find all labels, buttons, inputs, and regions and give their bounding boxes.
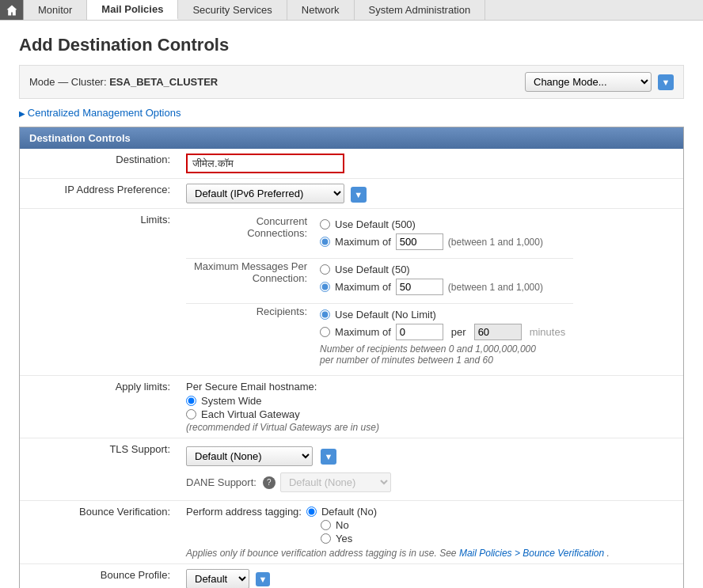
bounce-profile-select-row: Default ▼	[186, 569, 675, 588]
bounce-verification-value-cell: Perform address tagging: Default (No) No…	[178, 501, 683, 564]
centralized-link-area: Centralized Management Options	[19, 107, 684, 119]
apply-limits-row: Apply limits: Per Secure Email hostname:…	[20, 376, 683, 438]
dane-support-label: DANE Support:	[186, 476, 256, 488]
no-radio-row: No	[321, 519, 675, 531]
virtual-gateway-radio[interactable]	[186, 409, 196, 419]
max-concurrent-radio[interactable]	[320, 237, 330, 247]
concurrent-value-input[interactable]	[396, 233, 443, 250]
max-msg-sub-label: Maximum Messages Per Connection:	[186, 259, 312, 304]
max-msg-label: Maximum Messages Per	[194, 260, 307, 272]
tab-mail-policies[interactable]: Mail Policies	[87, 0, 178, 20]
connections-label: Connections:	[247, 227, 307, 239]
recipients-sub-label: Recipients:	[186, 304, 312, 371]
default-no-radio[interactable]	[306, 506, 317, 517]
max-concurrent-label: Maximum of	[335, 236, 391, 248]
dane-select[interactable]: Default (None)	[280, 472, 391, 492]
home-button[interactable]	[0, 0, 24, 20]
limits-label: Limits:	[20, 209, 178, 376]
system-wide-radio[interactable]	[186, 396, 196, 406]
mode-prefix: Mode —	[29, 76, 68, 88]
max-msg-radio[interactable]	[320, 282, 330, 292]
tls-select-row: Default (None) ▼	[186, 443, 675, 469]
concurrent-label: Concurrent	[256, 215, 307, 227]
page-title: Add Destination Controls	[19, 35, 684, 55]
tls-select[interactable]: Default (None)	[186, 446, 313, 466]
recipients-hint1: Number of recipients between 0 and 1,000…	[320, 343, 565, 355]
recipients-value-input[interactable]	[396, 324, 443, 340]
max-recipients-group: Maximum of per minutes	[320, 324, 565, 340]
destination-input[interactable]	[186, 154, 344, 173]
tab-system-administration[interactable]: System Administration	[355, 0, 486, 20]
ip-preference-label: IP Address Preference:	[20, 179, 178, 209]
limits-value-cell: Concurrent Connections: Use Default (500…	[178, 209, 683, 376]
default-no-label: Default (No)	[321, 506, 377, 518]
change-mode-select[interactable]: Change Mode...	[525, 72, 652, 92]
destination-controls-section: Destination Controls Destination: IP Add…	[19, 127, 684, 588]
yes-radio-row: Yes	[321, 533, 675, 544]
section-header: Destination Controls	[20, 127, 683, 149]
ip-preference-select[interactable]: Default (IPv6 Preferred)	[186, 184, 344, 203]
bounce-profile-icon[interactable]: ▼	[256, 572, 270, 586]
no-radio[interactable]	[321, 520, 331, 530]
use-default-500-label: Use Default (500)	[335, 218, 416, 230]
destination-row: Destination:	[20, 149, 683, 179]
use-default-no-limit-group: Use Default (No Limit)	[320, 309, 565, 321]
change-mode-icon[interactable]: ▼	[658, 74, 674, 90]
virtual-gateway-item: Each Virtual Gateway	[186, 408, 675, 420]
mode-text: Mode — Cluster: ESA_BETA_CLUSTER	[29, 76, 218, 88]
use-default-50-radio[interactable]	[320, 264, 330, 275]
use-default-no-limit-radio[interactable]	[320, 309, 330, 320]
bounce-profile-select[interactable]: Default	[186, 569, 249, 588]
per-label: per	[451, 326, 466, 338]
tab-monitor[interactable]: Monitor	[24, 0, 87, 20]
page-content: Add Destination Controls Mode — Cluster:…	[0, 21, 703, 588]
destination-value-cell	[178, 149, 683, 179]
max-msg-value-input[interactable]	[396, 279, 443, 295]
centralized-management-link[interactable]: Centralized Management Options	[28, 107, 181, 119]
max-msg-group: Maximum of (between 1 and 1,000)	[320, 279, 565, 295]
minutes-value-input[interactable]	[474, 324, 522, 340]
concurrent-options: Use Default (500) Maximum of (between 1 …	[312, 214, 573, 259]
limits-row: Limits: Concurrent Connections:	[20, 209, 683, 376]
max-concurrent-group: Maximum of (between 1 and 1,000)	[320, 233, 565, 250]
minutes-label: minutes	[530, 326, 566, 338]
home-icon	[6, 4, 18, 17]
tab-network[interactable]: Network	[287, 0, 355, 20]
tls-support-label: TLS Support:	[20, 438, 178, 501]
recipients-options: Use Default (No Limit) Maximum of per mi…	[312, 304, 573, 371]
mode-bar: Mode — Cluster: ESA_BETA_CLUSTER Change …	[19, 65, 684, 99]
ip-preference-icon[interactable]: ▼	[351, 187, 367, 203]
bounce-verification-link[interactable]: Mail Policies > Bounce Verification	[459, 548, 604, 559]
recipients-label: Recipients:	[256, 305, 307, 317]
system-wide-label: System Wide	[201, 395, 262, 407]
destination-label: Destination:	[20, 149, 178, 179]
max-msg-hint: (between 1 and 1,000)	[448, 282, 543, 293]
no-label: No	[336, 519, 349, 531]
tls-select-icon[interactable]: ▼	[321, 449, 336, 465]
max-recipients-radio[interactable]	[320, 327, 330, 337]
recipients-row: Recipients: Use Default (No Limit) Maxim…	[186, 304, 573, 371]
dane-support-row: DANE Support: ? Default (None)	[186, 469, 675, 495]
tab-security-services[interactable]: Security Services	[178, 0, 287, 20]
dane-help-icon[interactable]: ?	[263, 476, 276, 489]
concurrent-sub-label: Concurrent Connections:	[186, 214, 312, 259]
apply-limits-label: Apply limits:	[20, 376, 178, 438]
recipients-hint2: per number of minutes between 1 and 60	[320, 355, 565, 366]
perform-address-row: Perform address tagging: Default (No)	[186, 506, 675, 518]
tls-support-value-cell: Default (None) ▼ DANE Support: ? Default…	[178, 438, 683, 501]
bounce-profile-row: Bounce Profile: Default ▼ Bounce Profile…	[20, 564, 683, 589]
max-msg-options: Use Default (50) Maximum of (between 1 a…	[312, 259, 573, 304]
connection-label: Connection:	[253, 272, 307, 284]
use-default-50-label: Use Default (50)	[335, 264, 410, 275]
use-default-500-radio[interactable]	[320, 219, 330, 230]
per-secure-text: Per Secure Email hostname:	[186, 381, 675, 393]
perform-address-label: Perform address tagging:	[186, 506, 302, 518]
bounce-profile-value-cell: Default ▼ Bounce Profile can be configur…	[178, 564, 683, 589]
bounce-note: Applies only if bounce verification addr…	[186, 548, 675, 559]
use-default-500-group: Use Default (500)	[320, 218, 565, 230]
change-mode-area: Change Mode... ▼	[525, 72, 674, 92]
bounce-verification-row: Bounce Verification: Perform address tag…	[20, 501, 683, 564]
use-default-no-limit-label: Use Default (No Limit)	[335, 309, 436, 321]
yes-radio[interactable]	[321, 533, 331, 544]
virtual-note: (recommended if Virtual Gateways are in …	[186, 422, 675, 433]
